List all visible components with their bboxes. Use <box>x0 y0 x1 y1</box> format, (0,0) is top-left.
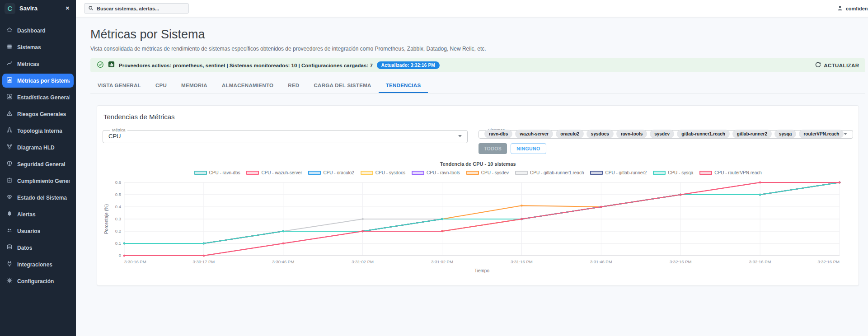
topbar: comfidentia <box>76 0 868 17</box>
system-chip[interactable]: gitlab-runner1.reach <box>677 130 730 138</box>
tab-vista-general[interactable]: VISTA GENERAL <box>90 78 148 93</box>
gear-icon <box>6 277 13 285</box>
warning-icon <box>6 110 13 118</box>
users-icon <box>6 227 13 235</box>
legend-item[interactable]: CPU - ravn-dbs <box>194 170 240 175</box>
status-text: Proveedores activos: prometheus, sentine… <box>119 63 373 68</box>
select-none-button[interactable]: NINGUNO <box>511 143 546 154</box>
sidebar-item-configuracion[interactable]: Configuración <box>0 274 76 288</box>
tab-red[interactable]: RED <box>281 78 306 93</box>
system-chip[interactable]: wazuh-server <box>515 130 553 138</box>
sidebar-item-cumplimiento-general[interactable]: Cumplimiento General <box>0 174 76 188</box>
system-chip[interactable]: oraculo2 <box>556 130 584 138</box>
legend-swatch <box>412 171 424 175</box>
legend-item[interactable]: CPU - routerVPN.reach <box>699 170 761 175</box>
legend-swatch <box>699 171 712 175</box>
systems-select[interactable]: Sistemas ravn-dbswazuh-serveroraculo2sys… <box>479 128 853 139</box>
bell-icon <box>6 210 13 218</box>
check-circle-icon <box>97 61 104 70</box>
legend-label: CPU - sysdocs <box>375 170 405 175</box>
page-title: Métricas por Sistema <box>90 28 865 42</box>
bar-chart-icon <box>6 93 13 101</box>
system-chip[interactable]: routerVPN.reach <box>799 130 844 138</box>
sidebar-item-estado-del-sistema[interactable]: Estado del Sistema <box>0 191 76 205</box>
legend-label: CPU - ravn-tools <box>427 170 460 175</box>
tab-tendencias[interactable]: TENDENCIAS <box>379 78 428 93</box>
tab-almacenamiento[interactable]: ALMACENAMIENTO <box>215 78 281 93</box>
svg-text:Porcentaje (%): Porcentaje (%) <box>104 204 109 234</box>
select-all-button[interactable]: TODOS <box>479 143 507 154</box>
sidebar-item-metricas[interactable]: Métricas <box>0 57 76 71</box>
legend-item[interactable]: CPU - sysdev <box>466 170 509 175</box>
sidebar-item-topologia-interna[interactable]: Topología Interna <box>0 124 76 138</box>
system-chip[interactable]: ravn-tools <box>616 130 647 138</box>
main-area: comfidentia Métricas por Sistema Vista c… <box>76 0 868 336</box>
svg-text:0.3: 0.3 <box>115 216 121 221</box>
updated-badge: Actualizado: 3:32:16 PM <box>377 61 440 69</box>
sidebar-item-riesgos-generales[interactable]: Riesgos Generales <box>0 107 76 121</box>
sidebar-item-sistemas[interactable]: Sistemas <box>0 40 76 54</box>
user-menu[interactable]: comfidentia <box>837 5 868 12</box>
trend-chart: 00.10.20.30.40.50.63:30:16 PM3:30:17 PM3… <box>103 178 846 275</box>
sidebar-header: C Savira ✕ <box>0 0 76 17</box>
legend-item[interactable]: CPU - gitlab-runner1.reach <box>515 170 584 175</box>
controls-row: Métrica CPU Sistemas ravn-dbswazuh-serve… <box>103 128 853 154</box>
sidebar-item-datos[interactable]: Datos <box>0 241 76 255</box>
system-chip[interactable]: sysqa <box>774 130 796 138</box>
legend-item[interactable]: CPU - ravn-tools <box>412 170 460 175</box>
sidebar-item-diagrama-hld[interactable]: Diagrama HLD <box>0 140 76 154</box>
home-icon <box>6 27 13 34</box>
tab-carga-del-sistema[interactable]: CARGA DEL SISTEMA <box>306 78 378 93</box>
systems-column: Sistemas ravn-dbswazuh-serveroraculo2sys… <box>479 128 853 154</box>
sidebar-item-usuarios[interactable]: Usuarios <box>0 224 76 238</box>
heart-pulse-icon <box>6 194 13 201</box>
diagram-icon <box>6 144 13 151</box>
legend-label: CPU - sysdev <box>481 170 509 175</box>
system-chip[interactable]: sysdev <box>650 130 674 138</box>
svg-text:3:30:16 PM: 3:30:16 PM <box>124 259 146 264</box>
clipboard-check-icon <box>6 177 13 185</box>
system-chips: ravn-dbswazuh-serveroraculo2sysdocsravn-… <box>484 130 844 138</box>
sidebar: C Savira ✕ Dashboard Sistemas Métricas M… <box>0 0 76 336</box>
app-root: C Savira ✕ Dashboard Sistemas Métricas M… <box>0 0 868 336</box>
system-chip[interactable]: ravn-dbs <box>484 130 512 138</box>
legend-item[interactable]: CPU - sysdocs <box>361 170 405 175</box>
legend-label: CPU - routerVPN.reach <box>714 170 761 175</box>
database-icon <box>6 244 13 252</box>
page-content: Métricas por Sistema Vista consolidada d… <box>76 17 868 336</box>
tab-bar: VISTA GENERAL CPU MEMORIA ALMACENAMIENTO… <box>90 78 865 93</box>
legend-item[interactable]: CPU - wazuh-server <box>246 170 302 175</box>
svg-text:0.1: 0.1 <box>115 241 121 246</box>
legend-swatch <box>246 171 259 175</box>
metric-value: CPU <box>108 133 121 140</box>
legend-item[interactable]: CPU - oraculo2 <box>308 170 354 175</box>
chart-box-icon <box>6 77 13 84</box>
legend-swatch <box>361 171 373 175</box>
sidebar-item-estadisticas-generales[interactable]: Estadísticas Generales <box>0 90 76 104</box>
tab-cpu[interactable]: CPU <box>148 78 174 93</box>
sidebar-item-integraciones[interactable]: Integraciones <box>0 257 76 271</box>
search-box[interactable] <box>84 3 189 14</box>
person-icon <box>837 5 843 12</box>
svg-text:0.6: 0.6 <box>115 180 121 185</box>
tab-memoria[interactable]: MEMORIA <box>174 78 215 93</box>
system-chip[interactable]: sysdocs <box>586 130 614 138</box>
sidebar-item-dashboard[interactable]: Dashboard <box>0 23 76 37</box>
card-title: Tendencias de Métricas <box>103 113 853 121</box>
svg-text:3:31:02 PM: 3:31:02 PM <box>431 259 453 264</box>
metric-select[interactable]: Métrica CPU <box>103 128 468 143</box>
chart-section: Tendencia de CPU - 10 sistemas CPU - rav… <box>103 161 853 275</box>
sidebar-item-metricas-por-sistema[interactable]: Métricas por Sistema <box>2 74 74 88</box>
sidebar-item-alertas[interactable]: Alertas <box>0 207 76 221</box>
svg-text:3:31:16 PM: 3:31:16 PM <box>511 259 533 264</box>
legend-item[interactable]: CPU - sysqa <box>653 170 693 175</box>
sidebar-item-seguridad-general[interactable]: Seguridad General <box>0 157 76 171</box>
refresh-button[interactable]: ACTUALIZAR <box>815 62 859 69</box>
svg-text:3:32:16 PM: 3:32:16 PM <box>817 259 840 264</box>
network-icon <box>6 127 13 135</box>
search-input[interactable] <box>97 6 185 11</box>
svg-text:0.4: 0.4 <box>115 204 121 209</box>
system-chip[interactable]: gitlab-runner2 <box>732 130 772 138</box>
legend-item[interactable]: CPU - gitlab-runner2 <box>590 170 647 175</box>
sidebar-close-icon[interactable]: ✕ <box>64 5 71 12</box>
